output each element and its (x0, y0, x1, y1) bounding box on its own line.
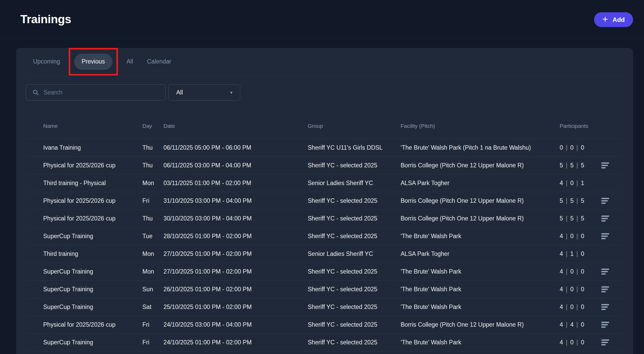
cell-participants: 5|5|5 (557, 215, 588, 222)
table-body: Ivana Training Thu 06/11/2025 05:00 PM -… (27, 139, 622, 351)
cell-facility: ALSA Park Togher (401, 180, 557, 187)
cell-date: 25/10/2025 01:00 PM - 02:00 PM (163, 304, 308, 311)
cell-participants: 4|0|1 (557, 180, 588, 187)
cell-group: Sheriff YC - selected 2025 (308, 304, 401, 311)
cell-name: SuperCup Training (27, 304, 142, 311)
table-row[interactable]: Physical for 2025/2026 cup Thu 06/11/202… (27, 156, 622, 174)
table-row[interactable]: Physical for 2025/2026 cup Fri 24/10/202… (27, 316, 622, 333)
group-filter-value: All (176, 89, 183, 96)
cell-group: Senior Ladies Sheriff YC (308, 250, 401, 257)
cell-date: 24/10/2025 03:00 PM - 04:00 PM (163, 321, 308, 328)
cell-date: 06/11/2025 05:00 PM - 06:00 PM (163, 144, 308, 151)
plus-icon: + (602, 15, 608, 24)
notes-icon[interactable] (601, 216, 609, 222)
column-header-facility: Facility (Pitch) (401, 123, 557, 129)
table-row[interactable]: SuperCup Training Mon 27/10/2025 01:00 P… (27, 263, 622, 280)
cell-facility: Borris College (Pitch One 12 Upper Malon… (401, 321, 557, 328)
page-title: Trainings (20, 12, 71, 26)
tab-calendar[interactable]: Calendar (142, 54, 176, 70)
cell-participants: 4|4|0 (557, 321, 588, 328)
cell-actions (588, 198, 622, 204)
notes-icon[interactable] (601, 269, 609, 275)
group-filter-dropdown[interactable]: All ▼ (168, 84, 240, 100)
trainings-panel: UpcomingPreviousAllCalendar All ▼ Name D… (16, 48, 633, 354)
cell-date: 28/10/2025 01:00 PM - 02:00 PM (163, 233, 308, 240)
cell-day: Thu (142, 162, 163, 169)
cell-date: 24/10/2025 01:00 PM - 02:00 PM (163, 339, 308, 346)
chevron-down-icon: ▼ (229, 90, 233, 95)
table-row[interactable]: Physical for 2025/2026 cup Fri 31/10/202… (27, 192, 622, 210)
cell-facility: 'The Brute' Walsh Park (Pitch 1 na Brute… (401, 144, 557, 151)
cell-name: Third training - Physical (27, 180, 142, 187)
notes-icon[interactable] (601, 233, 609, 239)
cell-day: Mon (142, 268, 163, 275)
cell-day: Fri (142, 321, 163, 328)
cell-facility: Borris College (Pitch One 12 Upper Malon… (401, 162, 557, 169)
cell-date: 31/10/2025 03:00 PM - 04:00 PM (163, 197, 308, 204)
add-button-label: Add (613, 16, 625, 23)
cell-name: SuperCup Training (27, 286, 142, 293)
search-box (26, 84, 166, 100)
cell-facility: ALSA Park Togher (401, 250, 557, 257)
table-row[interactable]: SuperCup Training Tue 28/10/2025 01:00 P… (27, 227, 622, 245)
add-button[interactable]: + Add (594, 12, 633, 27)
trainings-table: Name Day Date Group Facility (Pitch) Par… (27, 113, 622, 351)
cell-day: Mon (142, 180, 163, 187)
search-icon (32, 89, 39, 96)
table-row[interactable]: Third training - Physical Mon 03/11/2025… (27, 174, 622, 192)
cell-facility: 'The Brute' Walsh Park (401, 286, 557, 293)
notes-icon[interactable] (601, 304, 609, 310)
cell-date: 06/11/2025 03:00 PM - 04:00 PM (163, 162, 308, 169)
table-row[interactable]: Ivana Training Thu 06/11/2025 05:00 PM -… (27, 139, 622, 156)
cell-day: Thu (142, 144, 163, 151)
table-row[interactable]: Third training Mon 27/10/2025 01:00 PM -… (27, 245, 622, 263)
cell-participants: 4|0|0 (557, 339, 588, 346)
cell-actions (588, 286, 622, 292)
cell-participants: 4|0|0 (557, 304, 588, 311)
cell-facility: 'The Brute' Walsh Park (401, 304, 557, 311)
cell-name: SuperCup Training (27, 268, 142, 275)
table-row[interactable]: SuperCup Training Fri 24/10/2025 01:00 P… (27, 333, 622, 351)
cell-group: Sheriff YC - selected 2025 (308, 233, 401, 240)
cell-date: 03/11/2025 01:00 PM - 02:00 PM (163, 180, 308, 187)
notes-icon[interactable] (601, 322, 609, 328)
tab-upcoming[interactable]: Upcoming (28, 54, 65, 70)
app-header: Trainings + Add (0, 0, 644, 39)
table-row[interactable]: Physical for 2025/2026 cup Thu 30/10/202… (27, 210, 622, 227)
cell-actions (588, 162, 622, 168)
tab-list: UpcomingPreviousAllCalendar (28, 48, 176, 75)
column-header-date: Date (163, 123, 308, 129)
table-row[interactable]: SuperCup Training Sun 26/10/2025 01:00 P… (27, 280, 622, 298)
cell-day: Thu (142, 215, 163, 222)
tab-previous[interactable]: Previous (74, 54, 112, 70)
cell-date: 27/10/2025 01:00 PM - 02:00 PM (163, 250, 308, 257)
notes-icon[interactable] (601, 198, 609, 204)
cell-name: Physical for 2025/2026 cup (27, 215, 142, 222)
notes-icon[interactable] (601, 339, 609, 345)
table-header-row: Name Day Date Group Facility (Pitch) Par… (27, 113, 622, 139)
notes-icon[interactable] (601, 162, 609, 168)
cell-actions (588, 269, 622, 275)
column-header-name: Name (27, 123, 142, 129)
column-header-participants: Participants (557, 123, 588, 129)
cell-name: Third training (27, 250, 142, 257)
cell-actions (588, 339, 622, 345)
cell-facility: Borris College (Pitch One 12 Upper Malon… (401, 215, 557, 222)
cell-date: 30/10/2025 03:00 PM - 04:00 PM (163, 215, 308, 222)
table-row[interactable]: SuperCup Training Sat 25/10/2025 01:00 P… (27, 298, 622, 316)
cell-name: Ivana Training (27, 144, 142, 151)
cell-date: 26/10/2025 01:00 PM - 02:00 PM (163, 286, 308, 293)
search-input[interactable] (43, 89, 159, 96)
cell-actions (588, 304, 622, 310)
cell-actions (588, 216, 622, 222)
tab-all[interactable]: All (121, 54, 138, 70)
cell-actions (588, 322, 622, 328)
cell-group: Sheriff YC - selected 2025 (308, 215, 401, 222)
cell-participants: 5|5|5 (557, 197, 588, 204)
cell-group: Sheriff YC - selected 2025 (308, 339, 401, 346)
notes-icon[interactable] (601, 286, 609, 292)
cell-participants: 4|0|0 (557, 268, 588, 275)
cell-day: Sat (142, 304, 163, 311)
cell-day: Mon (142, 250, 163, 257)
cell-facility: 'The Brute' Walsh Park (401, 339, 557, 346)
